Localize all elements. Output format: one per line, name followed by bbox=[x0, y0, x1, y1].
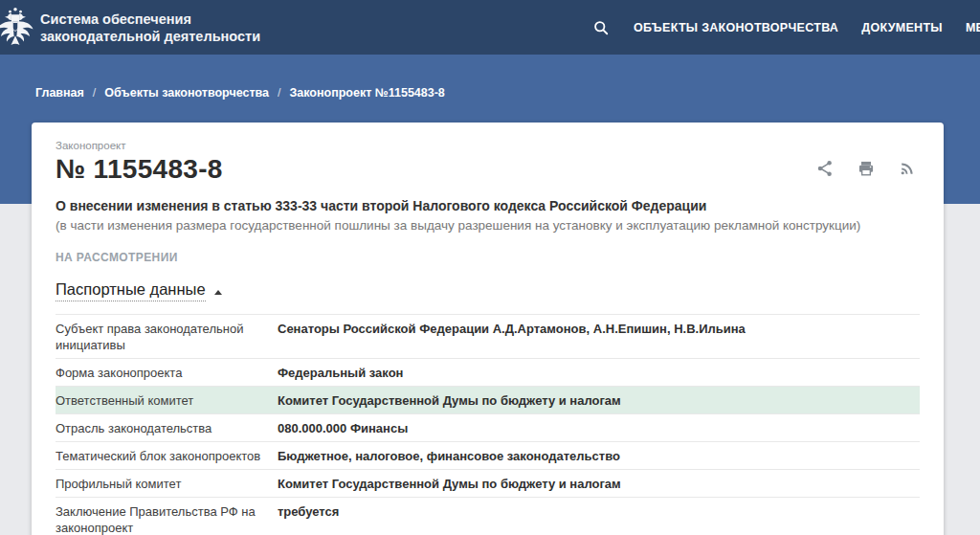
site-brand[interactable]: Система обеспечения законодательной деят… bbox=[0, 0, 260, 55]
passport-section-title: Паспортные данные bbox=[56, 280, 206, 301]
breadcrumb-separator: / bbox=[278, 86, 280, 100]
print-icon[interactable] bbox=[857, 159, 876, 178]
table-row-highlighted: Ответственный комитет Комитет Государств… bbox=[56, 387, 920, 414]
bill-number: № 1155483-8 bbox=[56, 154, 920, 185]
share-icon[interactable] bbox=[815, 159, 835, 178]
row-value: требуется bbox=[278, 502, 920, 535]
breadcrumb-home[interactable]: Главная bbox=[35, 86, 84, 100]
chevron-up-icon bbox=[214, 290, 222, 295]
breadcrumb-separator: / bbox=[93, 86, 96, 100]
card-toolbar bbox=[815, 159, 917, 178]
table-row: Форма законопроекта Федеральный закон bbox=[56, 359, 920, 387]
nav-item-documents[interactable]: ДОКУМЕНТЫ bbox=[861, 21, 943, 34]
breadcrumb: Главная / Объекты законотворчества / Зак… bbox=[0, 55, 980, 100]
row-value: Комитет Государственной Думы по бюджету … bbox=[278, 475, 920, 492]
bill-title: О внесении изменения в статью 333-33 час… bbox=[56, 198, 920, 213]
row-value: 080.000.000 Финансы bbox=[278, 419, 920, 436]
nav-item-legislative-objects[interactable]: ОБЪЕКТЫ ЗАКОНОТВОРЧЕСТВА bbox=[634, 21, 838, 34]
row-label: Ответственный комитет bbox=[56, 391, 278, 409]
row-value: Федеральный закон bbox=[278, 364, 920, 381]
nav-item-events[interactable]: МЕРОПРИЯТИЯ bbox=[966, 21, 980, 34]
bill-type-label: Законопроект bbox=[56, 140, 920, 151]
table-row: Отрасль законодательства 080.000.000 Фин… bbox=[56, 414, 920, 442]
main-navigation: ОБЪЕКТЫ ЗАКОНОТВОРЧЕСТВА ДОКУМЕНТЫ МЕРОП… bbox=[591, 0, 980, 55]
passport-table: Субъект права законодательной инициативы… bbox=[56, 314, 920, 535]
top-header-bar: Система обеспечения законодательной деят… bbox=[0, 0, 980, 55]
row-label: Отрасль законодательства bbox=[56, 419, 278, 436]
table-row: Тематический блок законопроектов Бюджетн… bbox=[56, 442, 920, 470]
row-value: Бюджетное, налоговое, финансовое законод… bbox=[278, 447, 920, 464]
breadcrumb-current-bill: Законопроект №1155483-8 bbox=[289, 86, 444, 100]
table-row: Заключение Правительства РФ на законопро… bbox=[56, 498, 920, 535]
rss-icon[interactable] bbox=[898, 159, 917, 178]
passport-section-toggle[interactable]: Паспортные данные bbox=[56, 280, 222, 301]
table-row: Субъект права законодательной инициативы… bbox=[56, 315, 920, 359]
search-icon[interactable] bbox=[591, 18, 611, 37]
row-value: Сенаторы Российской Федерации А.Д.Артамо… bbox=[278, 320, 920, 353]
bill-card: Законопроект № 1155483-8 О внесении изме… bbox=[32, 123, 944, 535]
row-label: Заключение Правительства РФ на законопро… bbox=[56, 502, 278, 535]
row-label: Форма законопроекта bbox=[56, 364, 278, 381]
status-badge: НА РАССМОТРЕНИИ bbox=[56, 251, 920, 264]
site-title: Система обеспечения законодательной деят… bbox=[40, 11, 260, 45]
bill-subtitle: (в части изменения размера государственн… bbox=[56, 218, 920, 233]
row-label: Субъект права законодательной инициативы bbox=[56, 320, 278, 353]
breadcrumb-legislative-objects[interactable]: Объекты законотворчества bbox=[104, 86, 269, 100]
row-label: Тематический блок законопроектов bbox=[56, 447, 278, 464]
table-row: Профильный комитет Комитет Государственн… bbox=[56, 470, 920, 498]
row-label: Профильный комитет bbox=[56, 475, 278, 492]
coat-of-arms-logo bbox=[0, 4, 36, 52]
row-value: Комитет Государственной Думы по бюджету … bbox=[278, 391, 920, 409]
